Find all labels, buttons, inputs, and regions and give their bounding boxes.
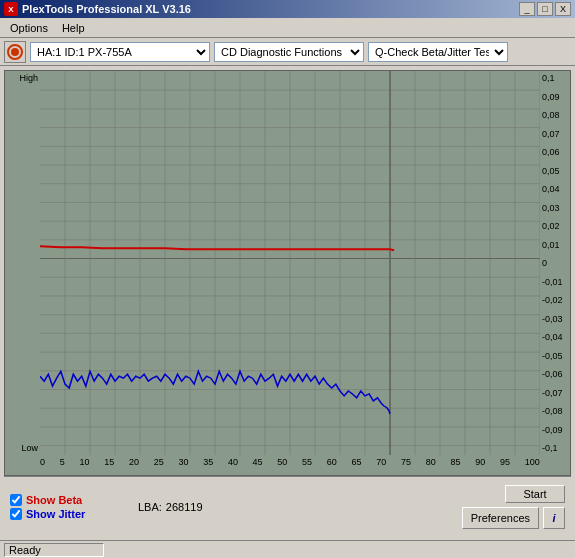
y-right-n01: -0,1	[542, 443, 568, 453]
y-right-004: 0,04	[542, 184, 568, 194]
x-axis: 0 5 10 15 20 25 30 35 40 45 50 55 60 65 …	[40, 455, 540, 475]
y-right-005: 0,05	[542, 166, 568, 176]
test-select[interactable]: Q-Check Beta/Jitter Test	[368, 42, 508, 62]
y-right-n005: -0,05	[542, 351, 568, 361]
lba-label: LBA:	[138, 501, 162, 513]
y-axis-right: 0,1 0,09 0,08 0,07 0,06 0,05 0,04 0,03 0…	[540, 71, 570, 455]
y-axis-left: High Low	[5, 71, 40, 455]
show-beta-row: Show Beta	[10, 494, 130, 506]
svg-point-1	[11, 48, 19, 56]
status-bar: Ready	[0, 540, 575, 558]
menu-help[interactable]: Help	[56, 20, 91, 36]
y-low-label: Low	[7, 443, 38, 453]
y-right-009: 0,09	[542, 92, 568, 102]
show-jitter-row: Show Jitter	[10, 508, 130, 520]
bottom-panel: Show Beta Show Jitter LBA: 268119 Start …	[4, 476, 571, 536]
app-icon: X	[4, 2, 18, 16]
y-right-007: 0,07	[542, 129, 568, 139]
y-right-001: 0,01	[542, 240, 568, 250]
maximize-button[interactable]: □	[537, 2, 553, 16]
menu-options[interactable]: Options	[4, 20, 54, 36]
title-bar: X PlexTools Professional XL V3.16 _ □ X	[0, 0, 575, 18]
buttons-right: Start Preferences i	[462, 485, 565, 529]
y-right-n002: -0,02	[542, 295, 568, 305]
minimize-button[interactable]: _	[519, 2, 535, 16]
y-right-n004: -0,04	[542, 332, 568, 342]
checkboxes: Show Beta Show Jitter	[10, 494, 130, 520]
show-beta-label: Show Beta	[26, 494, 82, 506]
y-right-01: 0,1	[542, 73, 568, 83]
drive-select[interactable]: HA:1 ID:1 PX-755A	[30, 42, 210, 62]
y-right-006: 0,06	[542, 147, 568, 157]
function-select[interactable]: CD Diagnostic Functions	[214, 42, 364, 62]
y-right-002: 0,02	[542, 221, 568, 231]
lba-value: 268119	[166, 501, 203, 513]
y-right-0: 0	[542, 258, 568, 268]
start-button[interactable]: Start	[505, 485, 565, 503]
y-right-008: 0,08	[542, 110, 568, 120]
show-jitter-label: Show Jitter	[26, 508, 85, 520]
title-bar-left: X PlexTools Professional XL V3.16	[4, 2, 191, 16]
preferences-button[interactable]: Preferences	[462, 507, 539, 529]
y-right-003: 0,03	[542, 203, 568, 213]
close-button[interactable]: X	[555, 2, 571, 16]
lba-section: LBA: 268119	[138, 501, 454, 513]
info-button[interactable]: i	[543, 507, 565, 529]
status-text: Ready	[9, 544, 41, 556]
toolbar-icon-button[interactable]	[4, 41, 26, 63]
show-beta-checkbox[interactable]	[10, 494, 22, 506]
main-content: High Low	[0, 66, 575, 540]
y-high-label: High	[7, 73, 38, 83]
y-right-n009: -0,09	[542, 425, 568, 435]
y-right-n001: -0,01	[542, 277, 568, 287]
prefs-info-row: Preferences i	[462, 507, 565, 529]
y-right-n008: -0,08	[542, 406, 568, 416]
show-jitter-checkbox[interactable]	[10, 508, 22, 520]
y-right-n003: -0,03	[542, 314, 568, 324]
toolbar: HA:1 ID:1 PX-755A CD Diagnostic Function…	[0, 38, 575, 66]
chart-inner	[40, 71, 540, 455]
y-right-n006: -0,06	[542, 369, 568, 379]
menu-bar: Options Help	[0, 18, 575, 38]
title-controls[interactable]: _ □ X	[519, 2, 571, 16]
window-title: PlexTools Professional XL V3.16	[22, 3, 191, 15]
y-right-n007: -0,07	[542, 388, 568, 398]
chart-container: High Low	[4, 70, 571, 476]
chart-svg	[40, 71, 540, 455]
status-panel: Ready	[4, 543, 104, 557]
